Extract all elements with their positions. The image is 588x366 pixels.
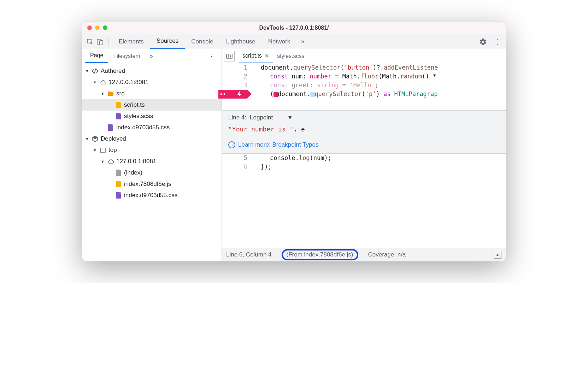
code-line: console.log(num);: [261, 154, 506, 163]
navigator-tabs: Page Filesystem » ⋮: [82, 49, 222, 63]
line-gutter[interactable]: 5 6: [222, 154, 254, 201]
tree-file-index[interactable]: (index): [82, 167, 222, 178]
code-line: const greet: string = 'Hello';: [261, 81, 506, 90]
code-lines[interactable]: console.log(num); });: [254, 154, 506, 201]
window-title: DevTools - 127.0.0.1:8081/: [82, 25, 506, 31]
main-area: Page Filesystem » ⋮ ▼ Authored ▼ 127.0.0…: [82, 49, 506, 261]
editor-tab-script[interactable]: script.ts ✕: [239, 49, 273, 63]
devtools-window: DevTools - 127.0.0.1:8081/ Elements Sour…: [82, 21, 506, 261]
expand-arrow-icon: ▼: [101, 92, 105, 96]
gutter-line: 5: [222, 154, 247, 163]
svg-rect-4: [227, 54, 232, 58]
tree-file-indexcss1[interactable]: index.d9703d55.css: [82, 122, 222, 133]
code-line: const num: number = Math.floor(Math.rand…: [261, 72, 506, 81]
tree-file-indexcss2[interactable]: index.d9703d55.css: [82, 190, 222, 201]
cloud-icon: [107, 158, 114, 165]
svg-rect-3: [100, 148, 105, 152]
inspect-element-icon[interactable]: [85, 37, 95, 47]
expand-arrow-icon: ▼: [93, 80, 97, 84]
toggle-navigator-icon[interactable]: [224, 51, 235, 61]
line-gutter[interactable]: 1 2 3 ••4: [222, 63, 254, 110]
file-icon: [115, 101, 122, 108]
tree-top[interactable]: ▼ top: [82, 144, 222, 156]
frame-icon: [99, 147, 106, 154]
code-icon: [92, 67, 99, 75]
tab-lighthouse[interactable]: Lighthouse: [220, 34, 262, 49]
expand-arrow-icon: ▼: [101, 159, 105, 164]
close-window-button[interactable]: [87, 25, 92, 30]
tree-label: Authored: [101, 67, 125, 75]
learn-more-link[interactable]: Learn more: Breakpoint Types: [238, 141, 318, 148]
file-tree: ▼ Authored ▼ 127.0.0.1:8081 ▼ src script…: [82, 63, 222, 261]
logpoint-line-label: Line 4:: [228, 114, 246, 121]
device-toolbar-icon[interactable]: [95, 37, 105, 47]
tree-host2[interactable]: ▼ 127.0.0.1:8081: [82, 156, 222, 167]
editor-tab-label: script.ts: [242, 53, 262, 59]
logpoint-marker[interactable]: ••4: [218, 90, 247, 99]
tree-authored[interactable]: ▼ Authored: [82, 65, 222, 77]
tree-file-script[interactable]: script.ts: [82, 99, 222, 111]
tree-folder-src[interactable]: ▼ src: [82, 88, 222, 99]
settings-gear-icon[interactable]: [477, 36, 489, 47]
main-tabs: Elements Sources Console Lighthouse Netw…: [112, 34, 308, 49]
code-line: });: [261, 163, 506, 171]
learn-more-row: → Learn more: Breakpoint Types: [228, 141, 499, 148]
code-editor[interactable]: 1 2 3 ••4 document.querySelector('button…: [222, 63, 506, 248]
editor-tab-label: styles.scss: [277, 53, 304, 59]
tree-file-indexjs[interactable]: index.7808df6e.js: [82, 178, 222, 190]
cloud-icon: [99, 79, 106, 86]
navigator-tab-filesystem[interactable]: Filesystem: [108, 49, 145, 63]
toolbar-divider: [108, 37, 109, 46]
tree-label: top: [108, 147, 117, 154]
gutter-line: 6: [222, 163, 247, 171]
expand-arrow-icon: ▼: [85, 69, 89, 73]
folder-icon: [107, 90, 114, 97]
coverage-status: Coverage: n/a: [368, 251, 406, 258]
titlebar: DevTools - 127.0.0.1:8081/: [82, 22, 506, 34]
tree-label: 127.0.0.1:8081: [108, 79, 148, 86]
tree-host[interactable]: ▼ 127.0.0.1:8081: [82, 77, 222, 88]
tree-deployed[interactable]: ▼ Deployed: [82, 133, 222, 144]
chevron-down-icon: ▼: [287, 114, 293, 121]
logpoint-header: Line 4: Logpoint ▼: [228, 114, 499, 121]
minimize-window-button[interactable]: [95, 25, 100, 30]
tree-label: (index): [124, 169, 142, 176]
gutter-line: 3: [222, 81, 247, 90]
cube-icon: [92, 135, 99, 142]
tree-label: index.d9703d55.css: [116, 124, 170, 131]
expand-arrow-icon: ▼: [85, 137, 89, 141]
zoom-window-button[interactable]: [103, 25, 107, 30]
tab-elements[interactable]: Elements: [112, 34, 150, 49]
code-line: (document.querySelector('p') as HTMLPara…: [261, 90, 506, 99]
more-tabs-icon[interactable]: »: [296, 38, 308, 45]
source-map-indicator[interactable]: (From index.7808df6e.js): [282, 249, 358, 260]
show-console-drawer-icon[interactable]: ▲: [494, 251, 501, 259]
code-line: document.querySelector('button')?.addEve…: [261, 63, 506, 72]
navigator-more-tabs-icon[interactable]: »: [147, 52, 156, 60]
editor-tabs: script.ts ✕ styles.scss: [222, 49, 506, 63]
cursor-position: Line 6, Column 4: [226, 251, 272, 258]
tab-network[interactable]: Network: [262, 34, 296, 49]
navigator-sidebar: Page Filesystem » ⋮ ▼ Authored ▼ 127.0.0…: [82, 49, 222, 261]
navigator-tab-page[interactable]: Page: [85, 49, 108, 63]
editor-statusbar: Line 6, Column 4 (From index.7808df6e.js…: [222, 248, 506, 261]
file-icon: [115, 192, 122, 199]
code-lines[interactable]: document.querySelector('button')?.addEve…: [254, 63, 506, 110]
editor-tab-styles[interactable]: styles.scss: [274, 49, 308, 63]
tree-file-styles[interactable]: styles.scss: [82, 111, 222, 122]
navigator-more-options-icon[interactable]: ⋮: [205, 52, 219, 60]
file-icon: [115, 113, 122, 120]
tab-console[interactable]: Console: [185, 34, 219, 49]
close-tab-icon[interactable]: ✕: [265, 53, 269, 59]
svg-rect-2: [100, 41, 103, 45]
tab-sources[interactable]: Sources: [150, 34, 185, 49]
tree-label: styles.scss: [124, 113, 153, 120]
logpoint-editor: Line 4: Logpoint ▼ "Your number is ", e …: [222, 110, 506, 154]
editor-area: script.ts ✕ styles.scss 1 2 3 ••4 do: [222, 49, 506, 261]
breakpoint-type-dropdown[interactable]: Logpoint ▼: [250, 114, 293, 121]
expand-arrow-icon: ▼: [93, 148, 97, 152]
logpoint-input[interactable]: "Your number is ", e: [228, 125, 499, 134]
arrow-right-circle-icon: →: [228, 141, 235, 148]
main-toolbar: Elements Sources Console Lighthouse Netw…: [82, 34, 506, 49]
more-options-icon[interactable]: ⋮: [492, 36, 503, 47]
